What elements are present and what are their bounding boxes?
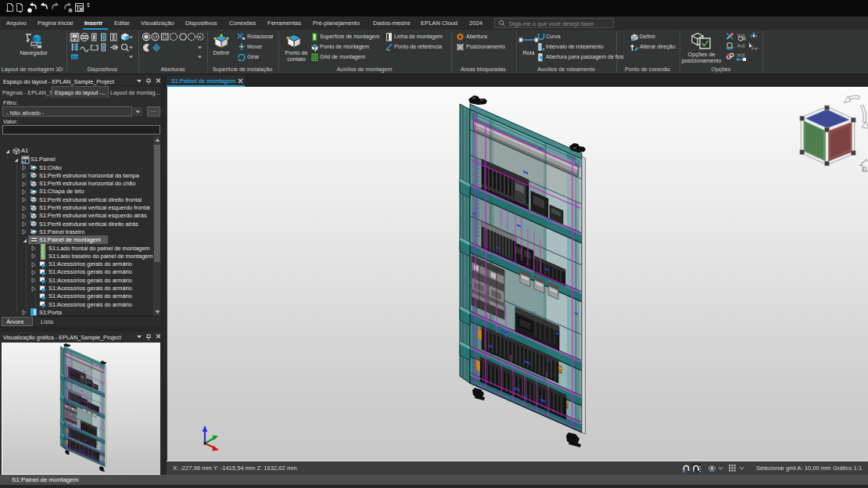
svg-text:(x,y): (x,y) xyxy=(737,53,745,57)
svg-text:(x,y): (x,y) xyxy=(737,44,745,48)
svg-text:WM: WM xyxy=(72,56,78,59)
svg-text:(x,y): (x,y) xyxy=(751,46,758,50)
